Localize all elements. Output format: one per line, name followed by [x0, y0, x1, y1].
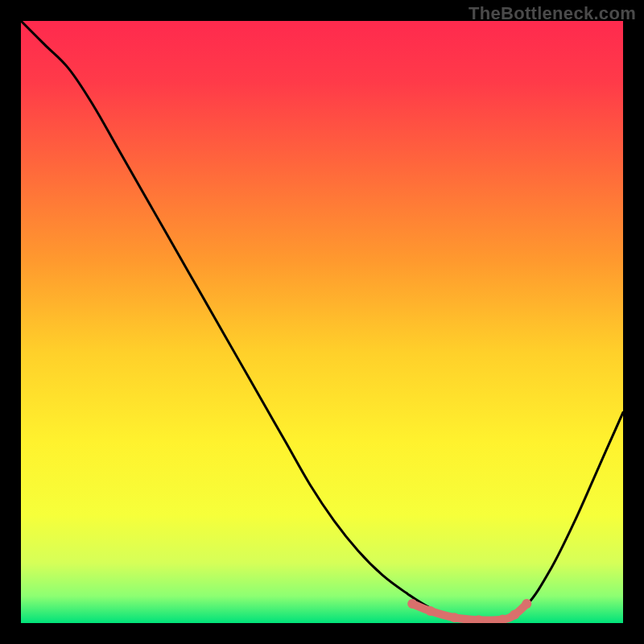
band-dot [450, 613, 460, 622]
watermark-label: TheBottleneck.com [469, 3, 636, 24]
chart-svg [21, 21, 623, 623]
plot-area [21, 21, 623, 623]
gradient-background [21, 21, 623, 623]
band-dot [426, 606, 436, 616]
band-dot [510, 610, 519, 620]
chart-frame: TheBottleneck.com [0, 0, 644, 644]
band-dot [522, 599, 531, 609]
band-dot [407, 599, 417, 609]
